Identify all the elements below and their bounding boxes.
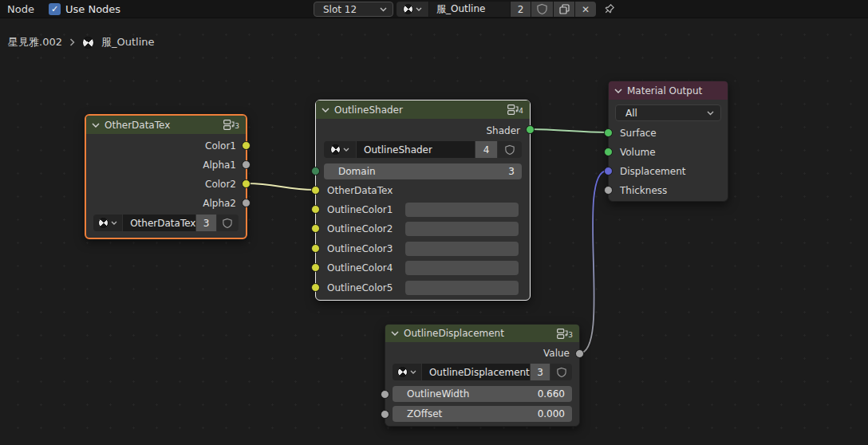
socket-thickness-input[interactable] [604, 186, 613, 195]
duplicate-material-button[interactable] [554, 2, 574, 17]
fake-user-shield-button[interactable] [217, 215, 239, 231]
material-sphere-icon [403, 4, 413, 14]
material-sphere-icon [82, 37, 94, 49]
socket-outlinecolor5-input[interactable] [311, 283, 320, 292]
nodegroup-name-text: OutlineShader [364, 144, 432, 156]
socket-zoffset-input[interactable] [381, 410, 389, 419]
fake-user-shield-button[interactable] [531, 2, 553, 17]
browse-material-button[interactable] [397, 2, 428, 17]
node-title: OtherDataTex [105, 120, 219, 131]
node-outlinedisplacement[interactable]: OutlineDisplacement 3 Value OutlineDispl… [385, 324, 580, 427]
input-label: OutlineColor5 [327, 282, 393, 293]
outlinewidth-field[interactable]: OutlineWidth 0.660 [393, 386, 572, 402]
socket-surface-input[interactable] [604, 128, 613, 137]
nodegroup-name-field[interactable]: OtherDataTex [123, 215, 195, 231]
use-nodes-label[interactable]: Use Nodes [65, 0, 120, 18]
socket-volume-input[interactable] [604, 148, 613, 156]
material-users-button[interactable]: 2 [511, 2, 531, 17]
socket-shader-output[interactable] [526, 125, 535, 134]
nodegroup-users-button[interactable]: 4 [475, 141, 497, 158]
collapse-chevron-icon[interactable] [322, 108, 329, 112]
node-otherdatatex[interactable]: OtherDataTex 3 Color1 Alpha1 Color2 Alph… [85, 114, 247, 239]
nodegroup-users-count: 3 [203, 218, 210, 229]
node-material-output[interactable]: Material Output All Surface Volume Displ… [608, 81, 728, 202]
socket-domain-input[interactable] [311, 167, 320, 175]
chevron-down-icon [111, 221, 117, 225]
nodegroup-users-button[interactable]: 3 [531, 364, 550, 380]
close-icon: ✕ [582, 4, 590, 15]
pin-icon [603, 3, 615, 15]
socket-alpha2-output[interactable] [242, 199, 251, 207]
input-label: Volume [620, 147, 656, 158]
node-outlinedisplacement-header[interactable]: OutlineDisplacement 3 [385, 325, 579, 342]
output-label: Shader [486, 125, 520, 136]
nodegroup-selector: OtherDataTex 3 [93, 215, 239, 231]
nodegroup-users-button[interactable]: 3 [196, 215, 215, 231]
checkbox-check-icon: ✓ [51, 4, 58, 14]
copy-icon [559, 4, 570, 14]
outlinecolor5-swatch[interactable] [405, 281, 519, 295]
input-label: OutlineColor3 [327, 243, 393, 254]
domain-field[interactable]: Domain 3 [324, 163, 522, 179]
outlinewidth-field-label: OutlineWidth [400, 388, 469, 400]
browse-nodegroup-button[interactable] [324, 141, 356, 158]
socket-color2-output[interactable] [242, 179, 251, 188]
socket-outlinecolor1-input[interactable] [311, 205, 320, 214]
socket-outlinecolor4-input[interactable] [311, 263, 320, 272]
socket-otherdatatex-input[interactable] [311, 186, 320, 195]
socket-color1-output[interactable] [242, 141, 251, 150]
collapse-chevron-icon[interactable] [92, 123, 100, 128]
breadcrumb-separator-icon [69, 38, 75, 46]
socket-alpha1-output[interactable] [242, 160, 251, 169]
socket-displacement-input[interactable] [604, 167, 613, 175]
material-slot-dropdown[interactable]: Slot 12 [314, 2, 393, 17]
unlink-material-button[interactable]: ✕ [575, 2, 596, 17]
input-label: OutlineColor4 [327, 262, 393, 274]
socket-outlinecolor2-input[interactable] [311, 224, 320, 233]
nodegroup-users-count: 4 [483, 144, 490, 156]
use-nodes-checkbox[interactable]: ✓ [49, 3, 61, 15]
material-name-field[interactable]: 服_Outline [429, 2, 510, 17]
output-target-dropdown[interactable]: All [615, 104, 721, 121]
material-sphere-icon [98, 218, 108, 228]
collapse-chevron-icon[interactable] [614, 89, 622, 93]
pin-button[interactable] [601, 2, 617, 17]
socket-value-output[interactable] [575, 349, 584, 358]
breadcrumb: 星見雅.002 服_Outline [8, 34, 154, 50]
domain-field-value: 3 [508, 166, 515, 177]
outlinewidth-field-value: 0.660 [538, 388, 565, 400]
fake-user-shield-button[interactable] [550, 364, 572, 380]
browse-nodegroup-button[interactable] [393, 364, 421, 380]
chevron-down-icon [416, 7, 422, 11]
node-group-user-count: 3 [235, 122, 239, 130]
node-otherdatatex-header[interactable]: OtherDataTex 3 [86, 116, 246, 134]
zoffset-field-label: ZOffset [400, 408, 442, 419]
collapse-chevron-icon[interactable] [391, 331, 399, 336]
node-material-output-header[interactable]: Material Output [609, 81, 728, 100]
node-outlineshader[interactable]: OutlineShader 4 Shader OutlineShader 4 D… [315, 100, 531, 301]
shader-node-editor: Node ✓ Use Nodes Slot 12 服_Outline 2 ✕ [0, 0, 868, 445]
socket-outlinecolor3-input[interactable] [311, 244, 320, 253]
slot-label: Slot 12 [320, 4, 380, 15]
output-target-value: All [622, 108, 707, 119]
node-group-user-count: 4 [519, 107, 523, 115]
fake-user-shield-button[interactable] [498, 141, 522, 158]
socket-outlinewidth-input[interactable] [381, 390, 389, 399]
nodegroup-name-text: OtherDataTex [130, 218, 195, 229]
node-outlineshader-header[interactable]: OutlineShader 4 [316, 100, 530, 119]
outlinecolor3-swatch[interactable] [405, 242, 519, 256]
breadcrumb-object: 星見雅.002 [8, 35, 62, 49]
input-label: OutlineColor1 [327, 204, 393, 215]
node-group-user-count: 3 [568, 331, 573, 339]
outlinecolor2-swatch[interactable] [405, 222, 519, 236]
output-label: Alpha2 [203, 198, 236, 209]
output-label: Color1 [205, 140, 236, 152]
outlinecolor1-swatch[interactable] [405, 203, 519, 217]
nodegroup-name-field[interactable]: OutlineDisplacement [422, 364, 530, 380]
zoffset-field[interactable]: ZOffset 0.000 [393, 406, 572, 422]
nodegroup-name-field[interactable]: OutlineShader [357, 141, 475, 158]
outlinecolor4-swatch[interactable] [405, 261, 519, 275]
browse-nodegroup-button[interactable] [93, 215, 122, 231]
node-title: Material Output [627, 85, 721, 96]
node-menu[interactable]: Node [7, 0, 34, 18]
